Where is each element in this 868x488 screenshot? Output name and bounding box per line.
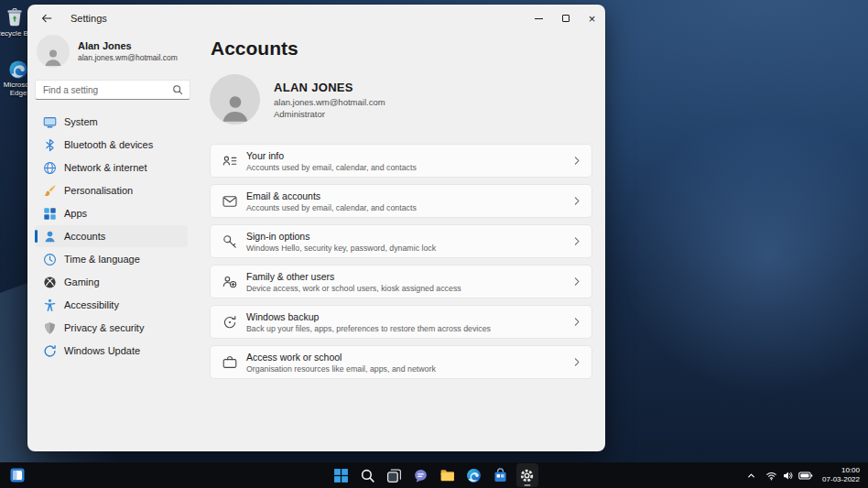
sidebar-item-system[interactable]: System [35,111,188,133]
user-avatar [37,35,70,68]
task-view-icon [386,468,402,483]
backup-icon [222,314,238,331]
person-icon [218,90,253,125]
chevron-right-icon [573,276,580,287]
maximize-button[interactable] [552,5,579,32]
sidebar-item-time-language[interactable]: Time & language [35,248,188,270]
tray-status-group [765,470,813,482]
search-input[interactable] [36,85,172,95]
sidebar-item-label: Bluetooth & devices [64,139,153,150]
sidebar-item-accessibility[interactable]: Accessibility [35,294,188,316]
search-icon [360,468,375,483]
card-family-other-users[interactable]: Family & other users Device access, work… [210,265,592,298]
chevron-right-icon [573,316,580,328]
account-role: Administrator [274,109,385,119]
card-access-work-school[interactable]: Access work or school Organisation resou… [210,345,592,379]
arrow-left-icon [40,12,53,25]
system-tray: 10:00 07-03-2022 [746,462,868,488]
sidebar-item-apps[interactable]: Apps [35,202,188,224]
taskbar-clock[interactable]: 10:00 07-03-2022 [822,466,860,484]
clock-time: 10:00 [822,466,860,475]
wifi-button[interactable] [765,470,777,482]
store-button[interactable] [490,463,512,487]
file-explorer-button[interactable] [437,463,459,487]
card-title: Sign-in options [246,231,436,242]
chevron-right-icon [573,235,580,247]
card-subtitle: Organisation resources like email, apps,… [246,364,436,374]
chevron-right-icon [573,195,580,207]
back-button[interactable] [34,7,60,29]
sidebar-item-windows-update[interactable]: Windows Update [35,340,188,362]
card-windows-backup[interactable]: Windows backup Back up your files, apps,… [210,305,592,339]
user-profile[interactable]: Alan Jones alan.jones.wm@hotmail.com [37,32,210,70]
close-icon: × [589,13,596,25]
task-view-button[interactable] [384,463,406,487]
battery-button[interactable] [798,471,813,481]
card-title: Your info [246,150,417,161]
widgets-button[interactable] [10,468,25,483]
time-language-icon [43,253,57,266]
sidebar-item-label: Time & language [64,254,140,265]
settings-taskbar-button[interactable] [516,463,538,487]
tray-expand-button[interactable] [746,471,756,481]
settings-window: Settings × Alan Jones alan.jones.wm@hotm… [27,5,605,451]
gear-icon [519,468,535,483]
sidebar-item-label: Windows Update [64,345,140,356]
minimize-icon [535,18,543,19]
sign-in-icon [222,233,238,250]
sidebar-item-personalisation[interactable]: Personalisation [35,179,188,201]
windows-update-icon [43,344,57,358]
card-subtitle: Windows Hello, security key, password, d… [246,244,436,253]
bluetooth-icon [43,138,57,152]
user-text: Alan Jones alan.jones.wm@hotmail.com [78,40,178,62]
close-button[interactable]: × [579,5,605,32]
personalisation-icon [43,184,57,198]
volume-button[interactable] [782,470,794,482]
sidebar-item-accounts[interactable]: Accounts [35,225,188,247]
windows-logo-icon [333,468,349,483]
sidebar-item-network-internet[interactable]: Network & internet [35,157,188,179]
accounts-icon [43,230,57,244]
edge-button[interactable] [463,463,485,487]
settings-sidebar: Alan Jones alan.jones.wm@hotmail.com Sys… [27,32,210,451]
store-icon [493,468,508,483]
sidebar-item-label: Apps [64,208,87,219]
chat-icon [413,468,429,483]
card-sign-in-options[interactable]: Sign-in options Windows Hello, security … [210,224,592,258]
search-box [35,80,190,100]
sidebar-item-privacy-security[interactable]: Privacy & security [35,317,188,339]
wifi-icon [765,470,777,482]
start-button[interactable] [331,463,353,487]
sidebar-item-label: Network & internet [64,162,146,173]
card-your-info[interactable]: Your info Accounts used by email, calend… [210,144,592,178]
email-accounts-icon [222,193,238,210]
titlebar: Settings × [27,5,605,32]
widgets-icon [10,468,25,483]
edge-icon [466,468,482,483]
sidebar-item-bluetooth-devices[interactable]: Bluetooth & devices [35,134,188,156]
chat-button[interactable] [410,463,432,487]
taskbar: 10:00 07-03-2022 [0,462,868,488]
apps-icon [43,207,57,221]
minimize-button[interactable] [526,5,552,32]
user-name: Alan Jones [78,40,178,51]
taskbar-search-button[interactable] [357,463,379,487]
taskbar-center [331,463,538,487]
chevron-right-icon [573,356,580,368]
sidebar-item-label: Personalisation [64,185,133,196]
work-school-icon [222,354,238,371]
sidebar-item-gaming[interactable]: Gaming [35,271,188,293]
chevron-right-icon [573,155,580,167]
sidebar-item-label: Accounts [64,231,105,242]
file-explorer-icon [439,468,455,483]
card-email-accounts[interactable]: Email & accounts Accounts used by email,… [210,184,592,218]
account-profile: ALAN JONES alan.jones.wm@hotmail.com Adm… [210,74,592,125]
sidebar-item-label: Privacy & security [64,322,144,333]
gaming-icon [43,276,57,289]
privacy-icon [43,321,57,335]
account-text: ALAN JONES alan.jones.wm@hotmail.com Adm… [274,81,385,119]
network-icon [43,161,57,175]
card-title: Family & other users [246,271,461,282]
account-email: alan.jones.wm@hotmail.com [274,97,385,107]
settings-card-list: Your info Accounts used by email, calend… [210,144,592,379]
